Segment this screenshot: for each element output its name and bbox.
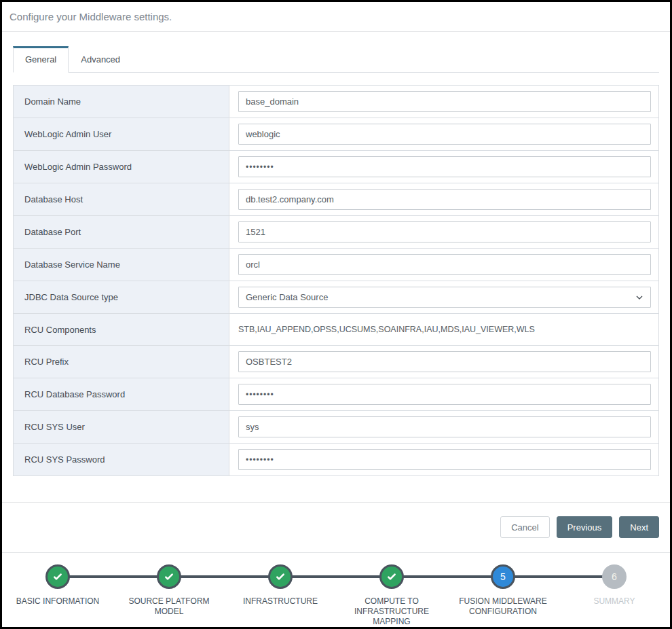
step-6-label: SUMMARY xyxy=(591,596,637,607)
step-2-label: SOURCE PLATFORM MODEL xyxy=(115,596,223,617)
form-row-jdbc-data-source-type: JDBC Data Source type Generic Data Sourc… xyxy=(14,281,658,314)
jdbc-data-source-type-selected-value: Generic Data Source xyxy=(246,292,328,302)
weblogic-admin-password-input[interactable] xyxy=(238,156,651,177)
form-row-database-port: Database Port xyxy=(14,216,658,249)
rcu-sys-user-input[interactable] xyxy=(238,416,651,437)
database-service-name-input[interactable] xyxy=(238,254,651,275)
step-3-label: INFRASTRUCTURE xyxy=(240,596,320,607)
settings-form: Domain Name WebLogic Admin User WebLogic… xyxy=(13,85,659,476)
step-compute-to-infrastructure-mapping[interactable]: COMPUTE TO INFRASTRUCTURE MAPPING xyxy=(336,564,447,627)
action-bar: Cancel Previous Next xyxy=(2,503,670,552)
chevron-down-icon xyxy=(635,293,643,302)
stepper-track: BASIC INFORMATION SOURCE PLATFORM MODEL … xyxy=(2,564,670,627)
weblogic-admin-password-label: WebLogic Admin Password xyxy=(14,151,229,183)
domain-name-label: Domain Name xyxy=(14,86,229,118)
jdbc-data-source-type-value-cell: Generic Data Source xyxy=(229,281,658,313)
dialog-header: Configure your Middleware settings. xyxy=(2,2,670,32)
step-4-completed-circle xyxy=(379,564,404,589)
step-5-current-circle: 5 xyxy=(491,564,515,589)
rcu-prefix-value-cell xyxy=(229,346,658,378)
form-row-rcu-sys-password: RCU SYS Password xyxy=(14,444,658,475)
rcu-sys-password-label: RCU SYS Password xyxy=(14,444,229,475)
database-host-value-cell xyxy=(229,183,658,215)
weblogic-admin-password-value-cell xyxy=(229,151,658,183)
form-row-rcu-prefix: RCU Prefix xyxy=(14,346,658,378)
form-row-weblogic-admin-password: WebLogic Admin Password xyxy=(14,151,658,183)
database-service-name-label: Database Service Name xyxy=(14,249,229,281)
step-basic-information[interactable]: BASIC INFORMATION xyxy=(2,564,113,627)
next-button[interactable]: Next xyxy=(619,516,659,538)
check-icon xyxy=(52,571,63,582)
step-summary: 6 SUMMARY xyxy=(559,564,670,627)
tab-strip: General Advanced xyxy=(13,46,659,73)
database-port-input[interactable] xyxy=(238,221,651,242)
rcu-database-password-label: RCU Database Password xyxy=(14,378,229,410)
step-6-future-circle: 6 xyxy=(602,564,627,589)
step-1-label: BASIC INFORMATION xyxy=(14,596,102,607)
domain-name-input[interactable] xyxy=(238,91,651,112)
rcu-database-password-input[interactable] xyxy=(238,384,651,405)
rcu-database-password-value-cell xyxy=(229,378,658,410)
form-row-database-host: Database Host xyxy=(14,183,658,216)
tab-general[interactable]: General xyxy=(13,46,69,73)
database-port-value-cell xyxy=(229,216,658,248)
step-5-label: FUSION MIDDLEWARE CONFIGURATION xyxy=(449,596,557,617)
database-port-label: Database Port xyxy=(14,216,229,248)
rcu-components-value: STB,IAU_APPEND,OPSS,UCSUMS,SOAINFRA,IAU,… xyxy=(238,325,535,334)
weblogic-admin-user-label: WebLogic Admin User xyxy=(14,118,229,150)
form-row-domain-name: Domain Name xyxy=(14,86,658,118)
form-row-rcu-components: RCU Components STB,IAU_APPEND,OPSS,UCSUM… xyxy=(14,314,658,346)
rcu-sys-password-input[interactable] xyxy=(238,449,651,470)
form-row-weblogic-admin-user: WebLogic Admin User xyxy=(14,118,658,151)
step-2-completed-circle xyxy=(157,564,181,589)
check-icon xyxy=(275,571,286,582)
form-row-rcu-sys-user: RCU SYS User xyxy=(14,411,658,444)
cancel-button[interactable]: Cancel xyxy=(500,516,549,538)
database-service-name-value-cell xyxy=(229,249,658,281)
rcu-prefix-input[interactable] xyxy=(238,351,651,372)
previous-button[interactable]: Previous xyxy=(557,516,613,538)
domain-name-value-cell xyxy=(229,86,658,118)
step-3-completed-circle xyxy=(268,564,293,589)
tab-advanced[interactable]: Advanced xyxy=(69,46,132,73)
rcu-components-label: RCU Components xyxy=(14,314,229,345)
step-1-completed-circle xyxy=(45,564,70,589)
rcu-components-value-cell: STB,IAU_APPEND,OPSS,UCSUMS,SOAINFRA,IAU,… xyxy=(229,314,658,345)
step-source-platform-model[interactable]: SOURCE PLATFORM MODEL xyxy=(113,564,225,627)
database-host-input[interactable] xyxy=(238,189,651,210)
rcu-prefix-label: RCU Prefix xyxy=(14,346,229,378)
jdbc-data-source-type-label: JDBC Data Source type xyxy=(14,281,229,313)
weblogic-admin-user-value-cell xyxy=(229,118,658,150)
form-row-database-service-name: Database Service Name xyxy=(14,249,658,281)
rcu-sys-user-value-cell xyxy=(229,411,658,443)
wizard-stepper: BASIC INFORMATION SOURCE PLATFORM MODEL … xyxy=(2,552,670,627)
rcu-sys-password-value-cell xyxy=(229,444,658,475)
step-fusion-middleware-configuration[interactable]: 5 FUSION MIDDLEWARE CONFIGURATION xyxy=(447,564,559,627)
page-title: Configure your Middleware settings. xyxy=(10,11,662,22)
weblogic-admin-user-input[interactable] xyxy=(238,124,651,145)
database-host-label: Database Host xyxy=(14,183,229,215)
check-icon xyxy=(164,571,174,582)
step-infrastructure[interactable]: INFRASTRUCTURE xyxy=(225,564,336,627)
jdbc-data-source-type-select[interactable]: Generic Data Source xyxy=(238,287,651,308)
middleware-settings-dialog: Configure your Middleware settings. Gene… xyxy=(0,0,672,629)
check-icon xyxy=(386,571,397,582)
rcu-sys-user-label: RCU SYS User xyxy=(14,411,229,443)
step-4-label: COMPUTE TO INFRASTRUCTURE MAPPING xyxy=(337,596,446,627)
form-row-rcu-database-password: RCU Database Password xyxy=(14,378,658,411)
